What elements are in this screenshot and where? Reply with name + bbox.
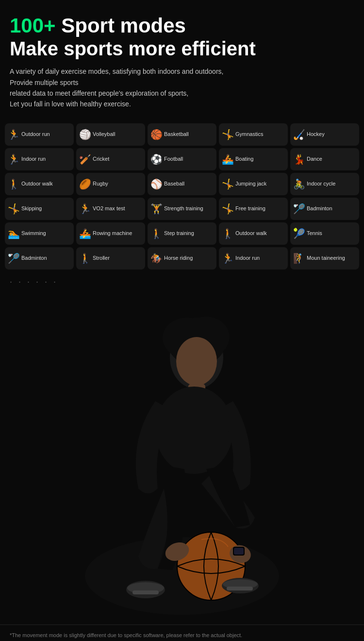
sport-icon: 🏉: [79, 178, 91, 190]
dots-row: · · · · · ·: [0, 270, 364, 294]
sport-label: Moun taineering: [307, 255, 345, 261]
sport-label: Cricket: [93, 156, 109, 162]
sport-icon: 🤸: [222, 178, 233, 190]
sport-cell: 🤸Gymnastics: [219, 123, 288, 146]
sport-cell: 🚣Rowing machine: [76, 222, 145, 245]
sport-label: Dance: [307, 156, 322, 162]
athlete-figure: [61, 309, 303, 624]
sport-icon: 🏊: [8, 228, 19, 239]
sport-icon: 🤸: [222, 203, 233, 215]
sport-icon: 🧗: [293, 253, 305, 264]
sport-cell: 🧗Moun taineering: [290, 247, 359, 270]
sport-cell: 🚶Stroller: [76, 247, 145, 270]
sport-label: Skipping: [21, 205, 42, 212]
subtitle: A variety of daily exercise modes, satis…: [10, 66, 354, 110]
sport-icon: 🤸: [8, 203, 19, 215]
sport-label: Football: [164, 156, 183, 162]
title-line1: 100+ Sport modes: [10, 15, 354, 37]
sport-cell: ⚾Baseball: [148, 173, 216, 195]
sport-label: Badminton: [21, 255, 47, 261]
sport-label: Baseball: [164, 181, 184, 187]
sport-label: Swimming: [21, 230, 46, 236]
sport-label: Stroller: [93, 255, 110, 261]
sport-label: Strength training: [164, 205, 203, 212]
sport-cell: 🤸Skipping: [5, 198, 74, 220]
sport-label: Hockey: [307, 131, 325, 137]
sport-icon: 🏋: [150, 203, 162, 215]
sport-grid: 🏃Outdoor run🏐Volleyball🏀Basketball🤸Gymna…: [5, 123, 359, 270]
sport-cell: 🏃Indoor run: [5, 148, 74, 170]
sport-label: Rugby: [93, 181, 108, 187]
sport-icon: 🏀: [150, 129, 162, 140]
sport-label: Horse riding: [164, 255, 193, 261]
sport-label: Jumping jack: [235, 181, 266, 187]
sport-cell: 🏉Rugby: [76, 173, 145, 195]
sport-cell: 🏇Horse riding: [148, 247, 216, 270]
sport-cell: 🚶Outdoor walk: [5, 173, 74, 195]
sport-cell: 🚴Indoor cycle: [290, 173, 359, 195]
sport-label: Gymnastics: [235, 131, 263, 137]
sport-icon: 🏃: [8, 153, 19, 165]
sport-icon: 🚴: [293, 178, 305, 190]
accent-text: 100+: [10, 14, 56, 37]
sport-icon: 🚶: [150, 228, 162, 239]
sport-label: Indoor run: [21, 156, 46, 162]
sport-icon: 🏃: [8, 129, 19, 140]
sport-icon: 🏏: [79, 153, 91, 165]
sport-icon: 🚶: [8, 178, 19, 190]
sport-icon: 🤸: [222, 129, 233, 140]
sport-icon: 💃: [293, 153, 305, 165]
sport-cell: ⚽Football: [148, 148, 216, 170]
sport-cell: 🏑Hockey: [290, 123, 359, 146]
sport-label: Basketball: [164, 131, 189, 137]
svg-rect-18: [132, 590, 159, 594]
athlete-section: [0, 294, 364, 624]
sport-label: Outdoor walk: [21, 181, 53, 187]
sport-label: Outdoor run: [21, 131, 50, 137]
sport-icon: 🏃: [222, 253, 233, 264]
sport-label: Free training: [235, 205, 265, 212]
sport-cell: 🏃VO2 max test: [76, 198, 145, 220]
sport-label: Volleyball: [93, 131, 115, 137]
header-section: 100+ Sport modes Make sports more effici…: [0, 0, 364, 123]
sport-icon: 🚣: [79, 228, 91, 239]
sport-cell: 🏀Basketball: [148, 123, 216, 146]
sport-cell: 🚶Step training: [148, 222, 216, 245]
sport-label: Tennis: [307, 230, 322, 236]
sport-icon: 🏇: [150, 253, 162, 264]
sport-cell: 🏏Cricket: [76, 148, 145, 170]
sport-label: Outdoor walk: [235, 230, 267, 236]
sport-cell: 💃Dance: [290, 148, 359, 170]
sport-label: Boating: [235, 156, 253, 162]
sport-icon: 🚶: [222, 228, 233, 239]
sport-cell: 🤸Jumping jack: [219, 173, 288, 195]
sport-icon: 🏐: [79, 129, 91, 140]
sport-label: Indoor cycle: [307, 181, 335, 187]
sport-cell: 🏋Strength training: [148, 198, 216, 220]
sport-label: Step training: [164, 230, 194, 236]
sport-cell: 🏐Volleyball: [76, 123, 145, 146]
sport-cell: 🏃Indoor run: [219, 247, 288, 270]
sport-cell: 🚶Outdoor walk: [219, 222, 288, 245]
sport-cell: 🤸Free training: [219, 198, 288, 220]
sport-icon: 🚶: [79, 253, 91, 264]
sport-icon: ⚽: [150, 153, 162, 165]
sport-cell: 🎾Tennis: [290, 222, 359, 245]
sport-cell: 🚣Boating: [219, 148, 288, 170]
sport-icon: 🏸: [293, 203, 305, 215]
sport-cell: 🏸Badminton: [290, 198, 359, 220]
sport-icon: ⚾: [150, 178, 162, 190]
footer-note: *The movement mode is slightly different…: [0, 624, 364, 641]
sport-cell: 🏸Badminton: [5, 247, 74, 270]
svg-point-7: [155, 387, 233, 474]
sport-icon: 🏃: [79, 203, 91, 215]
sport-icon: 🚣: [222, 153, 233, 165]
svg-point-5: [176, 337, 217, 386]
sport-grid-section: 🏃Outdoor run🏐Volleyball🏀Basketball🤸Gymna…: [0, 123, 364, 270]
sport-label: Badminton: [307, 205, 332, 212]
sport-label: Indoor run: [235, 255, 260, 261]
sport-cell: 🏊Swimming: [5, 222, 74, 245]
sport-icon: 🏑: [293, 129, 305, 140]
svg-rect-13: [234, 548, 244, 555]
svg-rect-19: [227, 587, 253, 590]
